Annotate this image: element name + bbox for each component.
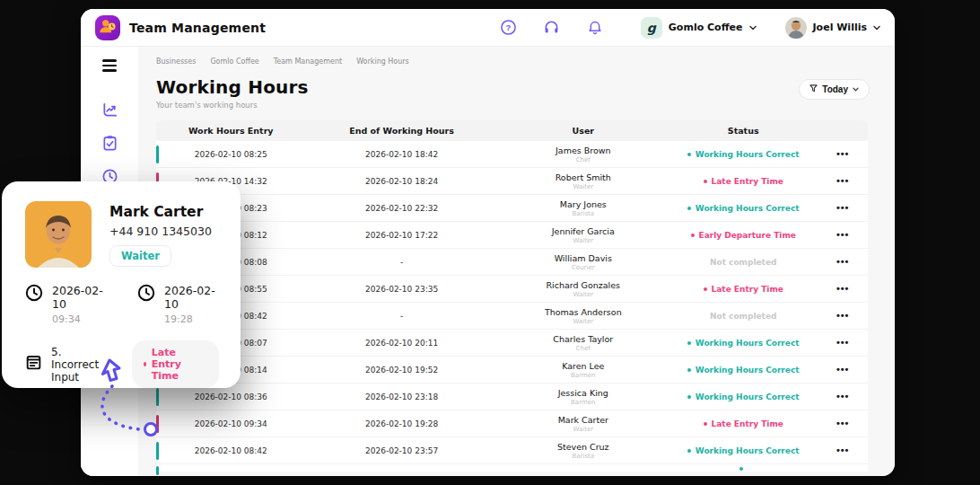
table-row[interactable]: 2026-02-10 08:42 - Thomas Anderson Waite… xyxy=(156,303,868,330)
user-cell: Jessica King Barmen xyxy=(498,388,669,406)
row-menu-button[interactable]: ••• xyxy=(836,338,850,348)
end-cell: - xyxy=(306,312,498,321)
end-cell: 2026-02-10 20:11 xyxy=(306,339,498,348)
page-title: Working Hours xyxy=(156,76,868,98)
tasks-clipboard-icon[interactable] xyxy=(101,135,118,152)
status-accent-bar xyxy=(156,415,159,433)
business-logo: g xyxy=(641,17,662,39)
menu-icon[interactable] xyxy=(102,59,117,72)
table-row[interactable]: 2026-02-10 08:12 2026-02-10 17:22 Jennif… xyxy=(156,222,868,249)
user-cell: Charles Taylor Chef xyxy=(498,334,669,352)
table-row[interactable]: 2026-02-10 08:55 2026-02-10 23:35 Richar… xyxy=(156,276,868,303)
row-menu-button[interactable]: ••• xyxy=(836,284,850,294)
end-cell: 2026-02-10 23:18 xyxy=(306,392,498,401)
end-cell: 2026-02-10 22:32 xyxy=(306,204,498,213)
end-cell: 2026-02-10 19:52 xyxy=(306,366,498,375)
date-filter-button[interactable]: Today xyxy=(799,79,870,100)
employee-detail-popup: Mark Carter +44 910 1345030 Waiter 2026-… xyxy=(2,181,241,388)
user-cell: Richard Gonzales Waiter xyxy=(498,280,669,298)
entry-date: 2026-02-10 xyxy=(52,284,107,311)
end-hour: 19:28 xyxy=(164,313,219,325)
chevron-down-icon xyxy=(749,25,757,31)
breadcrumb-item[interactable]: Working Hours xyxy=(356,57,409,66)
user-name: Joel Willis xyxy=(813,22,867,33)
row-menu-button[interactable]: ••• xyxy=(836,445,850,455)
main-content: Businesses Gomlo Coffee Team Management … xyxy=(138,47,895,476)
row-menu-button[interactable]: ••• xyxy=(836,230,850,240)
status-dot xyxy=(704,180,707,183)
status-dot xyxy=(144,362,146,366)
business-switcher[interactable]: g Gomlo Coffee xyxy=(641,17,757,39)
table-row[interactable]: 2026-02-10 08:14 2026-02-10 19:52 Karen … xyxy=(156,357,868,384)
status-label: Early Departure Time xyxy=(699,231,796,240)
app-title: Team Management xyxy=(129,21,266,35)
clock-icon xyxy=(137,284,155,305)
column-header: User xyxy=(498,126,669,136)
row-menu-button[interactable]: ••• xyxy=(836,257,850,267)
table-row[interactable]: 2026-02-10 08:07 2026-02-10 20:11 Charle… xyxy=(156,330,868,357)
user-role: Waiter xyxy=(498,426,669,433)
end-cell: 2026-02-10 18:42 xyxy=(306,150,498,159)
user-name: Robert Smith xyxy=(498,172,669,182)
breadcrumb: Businesses Gomlo Coffee Team Management … xyxy=(156,57,868,66)
user-avatar xyxy=(785,17,807,39)
analytics-chart-icon[interactable] xyxy=(101,101,118,119)
entry-cell: 2026-02-10 08:25 xyxy=(156,150,306,159)
status-label: Working Hours Correct xyxy=(696,392,800,401)
status-dot xyxy=(704,287,707,291)
user-role: Waiter xyxy=(498,183,669,190)
user-cell: Robert Smith Waiter xyxy=(498,172,669,190)
status-cell: Early Departure Time xyxy=(669,231,818,240)
table-row[interactable]: 2026-02-10 09:34 2026-02-10 19:28 Mark C… xyxy=(156,410,868,437)
row-menu-button[interactable]: ••• xyxy=(836,419,850,428)
row-menu-button[interactable]: ••• xyxy=(836,203,850,213)
status-dot xyxy=(687,449,691,453)
user-cell: Thomas Anderson Waiter xyxy=(498,307,669,325)
end-cell: - xyxy=(306,258,498,267)
table-row[interactable]: 2026-02-10 08:08 - William Davis Courier… xyxy=(156,249,868,276)
end-cell: 2026-02-10 23:35 xyxy=(306,285,498,294)
breadcrumb-item[interactable]: Team Management xyxy=(274,57,342,66)
status-label: Working Hours Correct xyxy=(696,339,800,348)
status-cell: Working Hours Correct xyxy=(669,446,818,455)
table-row[interactable]: 2026-02-10 08:23 2026-02-10 22:32 Mary J… xyxy=(156,195,868,222)
employee-name: Mark Carter xyxy=(109,204,212,220)
role-badge: Waiter xyxy=(109,245,171,267)
table-row[interactable]: 2026-02-10 08:25 2026-02-10 18:42 James … xyxy=(156,141,868,168)
breadcrumb-item[interactable]: Businesses xyxy=(156,57,196,66)
table-row[interactable]: 2026-02-10 14:32 2026-02-10 18:24 Robert… xyxy=(156,168,868,195)
column-header: Status xyxy=(669,126,818,136)
table-row[interactable]: 2026-02-10 08:36 2026-02-10 23:18 Jessic… xyxy=(156,384,868,410)
table-row[interactable]: 2026-02-10 08:42 2026-02-10 23:57 Steven… xyxy=(156,437,868,464)
team-person-clock-icon xyxy=(98,16,118,40)
notifications-bell-icon[interactable] xyxy=(586,19,604,37)
status-accent-bar xyxy=(156,146,159,163)
end-cell: 2026-02-10 19:28 xyxy=(306,419,498,428)
status-dot xyxy=(687,207,691,210)
breadcrumb-item[interactable]: Gomlo Coffee xyxy=(210,57,258,66)
status-dot xyxy=(687,395,691,399)
user-role: Waiter xyxy=(498,291,669,298)
user-name: Richard Gonzales xyxy=(498,280,669,290)
app-logo xyxy=(95,15,120,40)
status-dot xyxy=(739,467,743,471)
help-icon[interactable]: ? xyxy=(500,19,518,37)
user-menu[interactable]: Joel Willis xyxy=(785,17,880,39)
row-menu-button[interactable]: ••• xyxy=(836,311,850,321)
note-icon xyxy=(25,354,42,375)
column-header: End of Working Hours xyxy=(306,126,498,136)
row-menu-button[interactable]: ••• xyxy=(836,365,850,375)
entry-cell: 2026-02-10 09:34 xyxy=(156,419,306,428)
status-label: Not completed xyxy=(710,258,777,267)
user-cell: Steven Cruz Barista xyxy=(498,442,669,460)
entry-cell: 2026-02-10 08:42 xyxy=(156,446,306,455)
end-time: 2026-02-10 19:28 xyxy=(137,284,219,325)
support-headset-icon[interactable] xyxy=(543,19,561,37)
user-role: Barmen xyxy=(498,372,669,379)
user-name: Mary Jones xyxy=(498,199,669,209)
row-menu-button[interactable]: ••• xyxy=(836,149,850,159)
row-menu-button[interactable]: ••• xyxy=(836,176,850,186)
chevron-down-icon xyxy=(873,25,880,31)
row-menu-button[interactable]: ••• xyxy=(836,392,850,401)
table-row[interactable] xyxy=(156,464,868,472)
